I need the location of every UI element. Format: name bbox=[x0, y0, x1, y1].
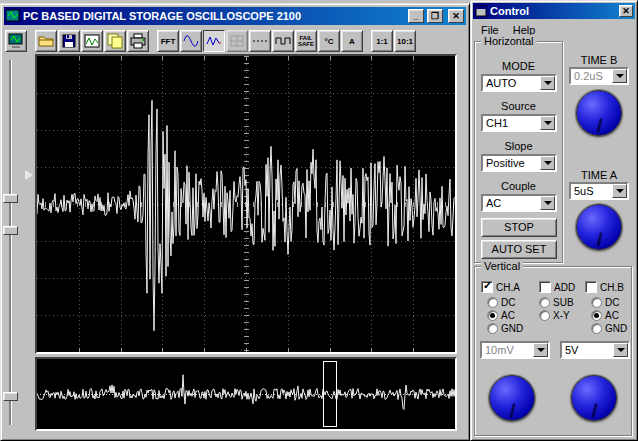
main-scope-canvas[interactable] bbox=[37, 56, 455, 352]
minimize-button[interactable]: _ bbox=[408, 9, 424, 23]
waveform-window-button[interactable] bbox=[81, 30, 103, 52]
fail-safe-button[interactable]: FAILSAFE bbox=[295, 30, 317, 52]
waveform-window-icon bbox=[84, 33, 100, 49]
channel-a-volts-knob[interactable] bbox=[489, 375, 535, 421]
square-wave-button[interactable] bbox=[272, 30, 294, 52]
main-scope-display[interactable] bbox=[35, 54, 457, 354]
mode-select[interactable]: AUTO bbox=[481, 74, 557, 92]
chevron-down-icon[interactable] bbox=[613, 343, 628, 357]
checkbox-icon bbox=[539, 281, 551, 293]
control-window-title: Control bbox=[490, 5, 616, 17]
ampere-button[interactable]: A bbox=[341, 30, 363, 52]
time-a-select[interactable]: 5uS bbox=[569, 182, 629, 200]
time-a-knob[interactable] bbox=[576, 204, 622, 250]
radio-icon bbox=[591, 323, 602, 334]
chevron-down-icon[interactable] bbox=[540, 116, 555, 130]
dotted-trace-button[interactable] bbox=[249, 30, 271, 52]
chevron-down-icon[interactable] bbox=[533, 343, 548, 357]
slope-label: Slope bbox=[475, 140, 562, 152]
dual-window-button[interactable] bbox=[104, 30, 126, 52]
channel-a-enable-checkbox[interactable]: CH.A bbox=[481, 281, 520, 293]
fft-label: FFT bbox=[161, 37, 176, 46]
channel-b-volts-knob[interactable] bbox=[571, 375, 617, 421]
channel-a-dc-radio[interactable]: DC bbox=[487, 297, 515, 308]
stop-button[interactable]: STOP bbox=[481, 218, 557, 237]
vertical-group-label: Vertical bbox=[481, 260, 523, 272]
couple-label: Couple bbox=[475, 180, 562, 192]
probe-1-1-label: 1:1 bbox=[376, 37, 388, 46]
overview-scope-display[interactable] bbox=[35, 357, 457, 431]
channel-b-enable-checkbox[interactable]: CH.B bbox=[585, 281, 624, 293]
square-wave-icon bbox=[275, 33, 291, 49]
save-file-icon bbox=[61, 33, 77, 49]
channel-b-dc-radio[interactable]: DC bbox=[591, 297, 619, 308]
channel-a-ac-radio[interactable]: AC bbox=[487, 310, 515, 321]
time-b-select[interactable]: 0.2uS bbox=[569, 67, 629, 85]
overview-scope-canvas[interactable] bbox=[37, 359, 455, 429]
fft-button[interactable]: FFT bbox=[157, 30, 179, 52]
chevron-down-icon[interactable] bbox=[612, 69, 627, 83]
checkbox-icon bbox=[481, 281, 493, 293]
channel-a-gnd-radio[interactable]: GND bbox=[487, 323, 523, 334]
time-b-label: TIME B bbox=[567, 54, 631, 66]
celsius-label: °C bbox=[325, 37, 334, 46]
couple-select[interactable]: AC bbox=[481, 194, 557, 212]
channel-a-position-slider[interactable] bbox=[3, 194, 18, 203]
mode-label: MODE bbox=[475, 60, 562, 72]
auto-set-button[interactable]: AUTO SET bbox=[481, 240, 557, 259]
horizontal-group: Horizontal MODE AUTO Source CH1 Slope Po… bbox=[474, 41, 563, 263]
chevron-down-icon[interactable] bbox=[612, 184, 627, 198]
control-window: Control ✕ File Help Horizontal MODE AUTO… bbox=[470, 0, 638, 441]
control-close-button[interactable]: ✕ bbox=[619, 5, 633, 17]
fail-safe-label: FAILSAFE bbox=[298, 35, 314, 47]
dotted-trace-icon bbox=[252, 33, 268, 49]
channel-a-volts-select[interactable]: 10mV bbox=[480, 341, 550, 359]
control-body: Horizontal MODE AUTO Source CH1 Slope Po… bbox=[471, 38, 637, 440]
maximize-button[interactable]: ❐ bbox=[427, 9, 443, 23]
channel-b-position-slider[interactable] bbox=[3, 226, 18, 235]
control-titlebar[interactable]: Control ✕ bbox=[473, 3, 635, 19]
source-select[interactable]: CH1 bbox=[481, 114, 557, 132]
channel-b-volts-select[interactable]: 5V bbox=[560, 341, 630, 359]
horizontal-group-label: Horizontal bbox=[481, 35, 537, 47]
linear-interpolation-icon bbox=[206, 33, 222, 49]
scope-area bbox=[1, 54, 469, 438]
linear-interpolation-button[interactable] bbox=[203, 30, 225, 52]
channel-b-ac-radio[interactable]: AC bbox=[591, 310, 619, 321]
xy-radio[interactable]: X-Y bbox=[539, 310, 570, 321]
probe-1-1-button[interactable]: 1:1 bbox=[371, 30, 393, 52]
probe-10-1-label: 10:1 bbox=[397, 37, 413, 46]
channel-b-gnd-radio[interactable]: GND bbox=[591, 323, 627, 334]
main-titlebar[interactable]: PC BASED DIGITAL STORAGE OSCILLOSCOPE 21… bbox=[4, 7, 466, 25]
chevron-down-icon[interactable] bbox=[540, 156, 555, 170]
grid-toggle-icon bbox=[229, 33, 245, 49]
radio-icon bbox=[539, 310, 550, 321]
sub-radio[interactable]: SUB bbox=[539, 297, 574, 308]
acquire-run-icon bbox=[8, 33, 24, 49]
open-file-button[interactable] bbox=[35, 30, 57, 52]
sine-interpolation-icon bbox=[183, 33, 199, 49]
close-button[interactable]: ✕ bbox=[448, 9, 464, 23]
grid-toggle-button[interactable] bbox=[226, 30, 248, 52]
slope-select[interactable]: Positive bbox=[481, 154, 557, 172]
overview-position-slider[interactable] bbox=[3, 392, 18, 401]
celsius-button[interactable]: °C bbox=[318, 30, 340, 52]
dual-window-icon bbox=[107, 33, 123, 49]
time-b-knob[interactable] bbox=[576, 90, 622, 136]
ampere-label: A bbox=[349, 37, 355, 46]
radio-icon bbox=[487, 323, 498, 334]
app-icon bbox=[6, 9, 20, 23]
time-a-label: TIME A bbox=[567, 169, 631, 181]
chevron-down-icon[interactable] bbox=[540, 196, 555, 210]
open-file-icon bbox=[38, 33, 54, 49]
source-label: Source bbox=[475, 100, 562, 112]
save-file-button[interactable] bbox=[58, 30, 80, 52]
radio-icon bbox=[591, 310, 602, 321]
trigger-level-marker[interactable] bbox=[25, 170, 33, 180]
acquire-run-button[interactable] bbox=[5, 30, 27, 52]
add-checkbox[interactable]: ADD bbox=[539, 281, 575, 293]
probe-10-1-button[interactable]: 10:1 bbox=[394, 30, 416, 52]
sine-interpolation-button[interactable] bbox=[180, 30, 202, 52]
chevron-down-icon[interactable] bbox=[540, 76, 555, 90]
print-button[interactable] bbox=[127, 30, 149, 52]
